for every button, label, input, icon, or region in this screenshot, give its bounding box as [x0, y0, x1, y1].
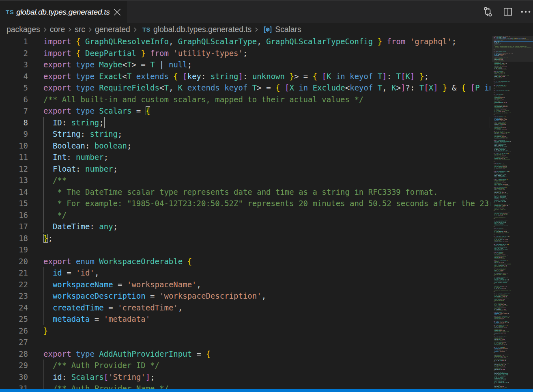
code-line-17[interactable]: DateTime: any;	[43, 221, 490, 233]
breadcrumb-item-src[interactable]: src	[75, 25, 85, 34]
line-number[interactable]: 7	[0, 105, 28, 117]
code-line-9[interactable]: String: string;	[43, 128, 490, 140]
minimap-row	[494, 286, 501, 286]
more-actions-icon[interactable]	[519, 5, 533, 19]
code-line-29[interactable]: /** Auth Provider ID */	[43, 360, 490, 371]
code-line-12[interactable]: Float: number;	[43, 163, 490, 175]
line-number[interactable]: 11	[0, 151, 28, 163]
code-editor[interactable]: 1234567891011121314151617181920212223242…	[0, 36, 490, 389]
code-line-30[interactable]: id: Scalars['String'];	[43, 371, 490, 383]
minimap-row	[494, 229, 501, 229]
line-number[interactable]: 31	[0, 383, 28, 389]
line-number[interactable]: 27	[0, 336, 28, 348]
code-line-2[interactable]: import { DeepPartial } from 'utility-typ…	[43, 47, 490, 59]
minimap-row	[494, 138, 507, 138]
minimap-row	[494, 183, 506, 183]
minimap-row	[494, 313, 509, 314]
minimap-row	[494, 324, 494, 324]
line-number[interactable]: 25	[0, 313, 28, 325]
minimap-row	[494, 368, 502, 369]
code-line-21[interactable]: id = 'id',	[43, 267, 490, 279]
minimap[interactable]	[492, 36, 533, 389]
line-number[interactable]: 2	[0, 47, 28, 59]
line-number[interactable]: 5	[0, 82, 28, 94]
line-number-gutter[interactable]: 1234567891011121314151617181920212223242…	[0, 36, 28, 389]
code-line-22[interactable]: workspaceName = 'workspaceName',	[43, 279, 490, 291]
code-line-10[interactable]: Boolean: boolean;	[43, 140, 490, 152]
minimap-row	[494, 247, 508, 247]
minimap-row	[494, 381, 504, 382]
minimap-row	[494, 336, 507, 336]
line-number[interactable]: 1	[0, 36, 28, 47]
breadcrumb-item-packages[interactable]: packages	[6, 25, 40, 34]
line-number[interactable]: 8	[0, 117, 28, 129]
minimap-row	[494, 168, 505, 168]
code-line-6[interactable]: /** All built-in and custom scalars, map…	[43, 94, 490, 106]
breadcrumb-item-core[interactable]: core	[50, 25, 65, 34]
code-line-14[interactable]: * The DateTime scalar type represents da…	[43, 186, 490, 198]
breadcrumb-item-generated[interactable]: generated	[95, 25, 130, 34]
code-line-26[interactable]: }	[43, 325, 490, 337]
line-number[interactable]: 14	[0, 186, 28, 198]
code-line-7[interactable]: export type Scalars = {	[43, 105, 490, 117]
line-number[interactable]: 29	[0, 360, 28, 371]
line-number[interactable]: 23	[0, 290, 28, 302]
minimap-row	[494, 107, 504, 108]
breadcrumb: packagescoresrcgeneratedTSglobal.db.type…	[0, 23, 533, 36]
code-line-5[interactable]: export type RequireFields<T, K extends k…	[43, 82, 490, 94]
code-line-25[interactable]: metadata = 'metadata'	[43, 313, 490, 325]
line-number[interactable]: 9	[0, 128, 28, 140]
line-number[interactable]: 3	[0, 59, 28, 71]
line-number[interactable]: 19	[0, 244, 28, 256]
code-line-1[interactable]: import { GraphQLResolveInfo, GraphQLScal…	[43, 36, 490, 47]
line-number[interactable]: 6	[0, 94, 28, 106]
code-line-8[interactable]: ID: string;	[43, 117, 490, 129]
line-number[interactable]: 15	[0, 198, 28, 209]
line-number[interactable]: 24	[0, 302, 28, 314]
breadcrumb-item-scalars[interactable]: Scalars	[275, 25, 301, 34]
code-line-20[interactable]: export enum WorkspaceOrderable {	[43, 256, 490, 267]
minimap-row	[494, 291, 494, 292]
line-number[interactable]: 10	[0, 140, 28, 152]
code-line-16[interactable]: */	[43, 209, 490, 221]
code-line-3[interactable]: export type Maybe<T> = T | null;	[43, 59, 490, 71]
minimap-row	[494, 376, 505, 376]
line-number[interactable]: 16	[0, 209, 28, 221]
symbol-variable-icon	[263, 25, 273, 34]
code-content[interactable]: import { GraphQLResolveInfo, GraphQLScal…	[43, 36, 490, 389]
line-number[interactable]: 18	[0, 233, 28, 244]
code-line-31[interactable]: /** Auth Provider Name */	[43, 383, 490, 389]
split-editor-icon[interactable]	[501, 5, 515, 19]
tab-close-icon[interactable]	[112, 7, 123, 17]
minimap-row	[494, 317, 509, 318]
minimap-row	[494, 372, 509, 372]
code-line-23[interactable]: workspaceDescription = 'workspaceDescrip…	[43, 290, 490, 302]
minimap-row	[494, 277, 506, 277]
minimap-row	[494, 170, 494, 170]
line-number[interactable]: 30	[0, 371, 28, 383]
line-number[interactable]: 13	[0, 174, 28, 186]
code-line-19[interactable]	[43, 244, 490, 256]
line-number[interactable]: 12	[0, 163, 28, 175]
line-number[interactable]: 22	[0, 279, 28, 291]
line-number[interactable]: 17	[0, 221, 28, 233]
code-line-13[interactable]: /**	[43, 174, 490, 186]
minimap-row	[494, 314, 502, 314]
line-number[interactable]: 20	[0, 256, 28, 267]
line-number[interactable]: 26	[0, 325, 28, 337]
line-number[interactable]: 4	[0, 71, 28, 82]
code-line-11[interactable]: Int: number;	[43, 151, 490, 163]
code-line-24[interactable]: createdTime = 'createdTime',	[43, 302, 490, 314]
code-line-15[interactable]: * For example: "1985-04-12T23:20:50.52Z"…	[43, 198, 490, 209]
code-line-4[interactable]: export type Exact<T extends { [key: stri…	[43, 71, 490, 82]
breadcrumb-item-global-db-types-generated-ts[interactable]: global.db.types.generated.ts	[153, 25, 251, 34]
code-line-28[interactable]: export type AddAuthProviderInput = {	[43, 348, 490, 360]
code-line-27[interactable]	[43, 336, 490, 348]
line-number[interactable]: 21	[0, 267, 28, 279]
minimap-row	[494, 54, 513, 54]
open-changes-icon[interactable]	[481, 5, 495, 19]
line-number[interactable]: 28	[0, 348, 28, 360]
tab-global-db-types-generated-ts[interactable]: TS global.db.types.generated.ts	[0, 1, 127, 23]
minimap-row	[494, 96, 505, 96]
code-line-18[interactable]: };	[43, 233, 490, 244]
